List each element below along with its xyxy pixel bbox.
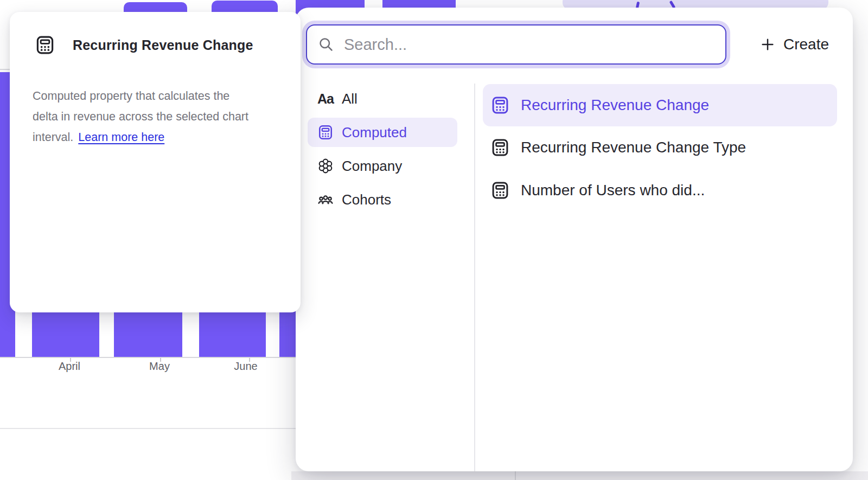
learn-more-link[interactable]: Learn more here xyxy=(78,131,164,144)
result-label: Number of Users who did... xyxy=(521,182,705,199)
filter-label: Cohorts xyxy=(342,191,391,208)
calculator-icon xyxy=(490,95,510,115)
result-label: Recurring Revenue Change xyxy=(521,97,709,114)
description-line: Computed property that calculates the xyxy=(33,86,282,106)
filter-label: Company xyxy=(342,158,402,175)
search-icon xyxy=(318,36,334,53)
result-recurring-revenue-change-type[interactable]: Recurring Revenue Change Type xyxy=(483,126,837,169)
create-button-label: Create xyxy=(783,36,829,53)
x-axis-label-april: April xyxy=(40,360,99,373)
search-field[interactable] xyxy=(306,24,726,65)
description-line: interval.Learn more here xyxy=(33,127,282,148)
calculator-icon xyxy=(35,35,55,55)
search-input[interactable] xyxy=(344,36,714,54)
property-picker-modal: Create Aa All Computed xyxy=(296,8,853,471)
filter-computed[interactable]: Computed xyxy=(308,118,457,147)
cohorts-people-icon xyxy=(316,191,335,208)
property-tooltip-card: Recurring Revenue Change Computed proper… xyxy=(10,12,301,312)
modal-divider xyxy=(474,84,475,471)
filter-company[interactable]: Company xyxy=(308,151,457,181)
letters-aa-icon: Aa xyxy=(316,91,335,107)
chart-x-axis xyxy=(0,357,297,358)
tooltip-header: Recurring Revenue Change xyxy=(35,35,253,55)
filter-cohorts[interactable]: Cohorts xyxy=(308,185,457,214)
company-cluster-icon xyxy=(316,158,335,174)
calculator-icon xyxy=(490,138,510,157)
filter-label: Computed xyxy=(342,124,407,141)
result-recurring-revenue-change[interactable]: Recurring Revenue Change xyxy=(483,84,837,126)
create-button[interactable]: Create xyxy=(760,24,829,65)
x-axis-label-june: June xyxy=(216,360,276,373)
calculator-icon xyxy=(490,181,510,200)
tooltip-title: Recurring Revenue Change xyxy=(73,37,253,53)
section-divider xyxy=(0,428,297,429)
x-axis-label-may: May xyxy=(130,360,189,373)
background-table-band xyxy=(291,471,868,480)
screen: April May June Recurring Revenue Change xyxy=(0,0,868,480)
result-label: Recurring Revenue Change Type xyxy=(521,139,746,156)
result-number-of-users-who-did[interactable]: Number of Users who did... xyxy=(483,169,837,212)
description-line: delta in revenue across the selected cha… xyxy=(33,106,282,127)
filter-all[interactable]: Aa All xyxy=(308,84,457,113)
background-column-divider xyxy=(515,471,516,480)
calculator-icon xyxy=(316,124,335,140)
tooltip-description: Computed property that calculates the de… xyxy=(33,86,282,148)
filter-label: All xyxy=(342,91,358,107)
plus-icon xyxy=(760,37,775,52)
